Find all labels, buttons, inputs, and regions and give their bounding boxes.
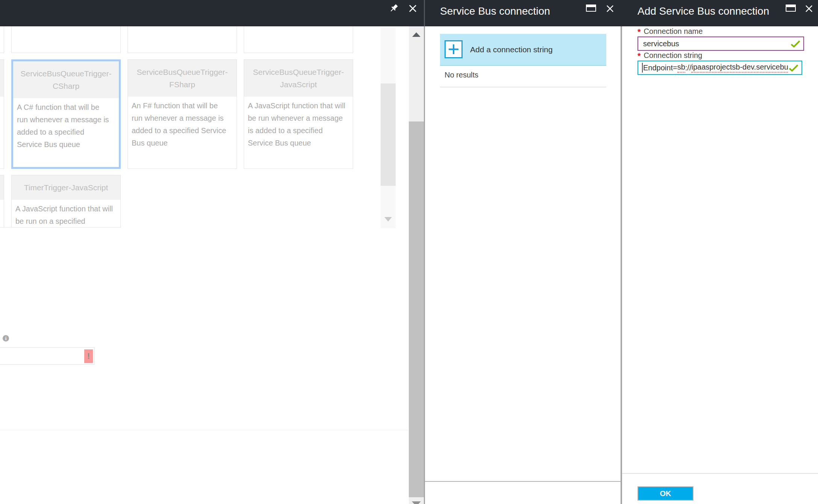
template-description: A C# function that will be run whenever … [13, 98, 119, 151]
panel-title: Service Bus connection [440, 5, 550, 17]
template-card[interactable] [11, 26, 121, 53]
template-card-timertrigger-javascript[interactable]: TimerTrigger-JavaScript A JavaScript fun… [11, 175, 121, 228]
template-card[interactable] [127, 26, 237, 53]
maximize-icon[interactable] [786, 5, 796, 12]
template-list-scrollbar[interactable] [381, 27, 396, 228]
azure-portal-page: Service Bus connection Add Service Bus c… [0, 0, 818, 504]
add-service-bus-connection-panel: *Connection name servicebus *Connection … [622, 26, 818, 504]
footer-divider [622, 473, 818, 474]
no-results-text: No results [445, 71, 478, 79]
template-card[interactable] [0, 26, 4, 53]
template-title: ServiceBusQueueTrigger-FSharp [128, 60, 237, 97]
close-icon[interactable] [606, 5, 614, 14]
scrollbar-thumb[interactable] [381, 83, 396, 186]
connection-name-label: *Connection name [637, 27, 703, 37]
template-description: An F# function that will be run whenever… [128, 97, 237, 149]
footer-divider [425, 481, 621, 482]
section-divider [0, 430, 408, 430]
text-cursor [642, 63, 643, 73]
connection-string-label: *Connection string [637, 51, 702, 61]
plus-icon [445, 40, 463, 58]
connection-string-input[interactable]: Endpoint=sb://ipaasprojectsb-dev.service… [637, 61, 802, 75]
scroll-up-arrow-icon[interactable] [412, 32, 420, 37]
function-name-input[interactable]: ! [0, 347, 95, 365]
pin-icon[interactable] [389, 3, 399, 15]
template-title: ServiceBusQueueTrigger-JavaScript [244, 60, 353, 97]
service-bus-connection-panel: Add a connection string No results [425, 26, 621, 504]
close-icon[interactable] [805, 5, 813, 14]
info-icon[interactable]: i [3, 335, 9, 342]
scrollbar-thumb[interactable] [409, 121, 424, 497]
scroll-down-arrow-icon[interactable] [384, 217, 392, 222]
add-connection-string-label: Add a connection string [470, 34, 552, 65]
template-description: A JavaScript function that will be run o… [12, 200, 120, 228]
validation-error-badge: ! [84, 349, 93, 363]
template-card[interactable] [0, 175, 4, 228]
close-icon[interactable] [408, 4, 417, 14]
template-card-servicebusqueuetrigger-fsharp[interactable]: ServiceBusQueueTrigger-FSharp An F# func… [127, 59, 237, 169]
template-description: A JavaScript function that will be run w… [244, 97, 353, 149]
required-marker: * [637, 27, 641, 36]
scroll-down-arrow-icon[interactable] [412, 501, 421, 504]
grid-clip-edge [0, 227, 121, 228]
template-grid: ServiceBusQueueTrigger-CSharp A C# funct… [0, 26, 396, 228]
blade-scrollbar[interactable] [409, 26, 424, 504]
blade-header-bar: Service Bus connection Add Service Bus c… [0, 0, 818, 26]
valid-check-icon [788, 64, 798, 74]
blade-divider [424, 0, 425, 26]
template-card[interactable] [244, 26, 353, 53]
add-connection-string-button[interactable]: Add a connection string [440, 34, 606, 66]
template-card[interactable] [0, 59, 4, 169]
list-divider [440, 87, 606, 87]
template-card-servicebusqueuetrigger-csharp[interactable]: ServiceBusQueueTrigger-CSharp A C# funct… [11, 59, 121, 169]
template-card-servicebusqueuetrigger-javascript[interactable]: ServiceBusQueueTrigger-JavaScript A Java… [244, 59, 353, 169]
required-marker: * [637, 51, 641, 61]
maximize-icon[interactable] [586, 5, 596, 12]
ok-button[interactable]: OK [637, 486, 694, 501]
panel-title: Add Service Bus connection [637, 5, 769, 17]
template-title: TimerTrigger-JavaScript [12, 175, 120, 200]
template-title: ServiceBusQueueTrigger-CSharp [13, 61, 119, 98]
valid-check-icon [791, 40, 800, 50]
connection-name-input[interactable]: servicebus [637, 36, 804, 51]
